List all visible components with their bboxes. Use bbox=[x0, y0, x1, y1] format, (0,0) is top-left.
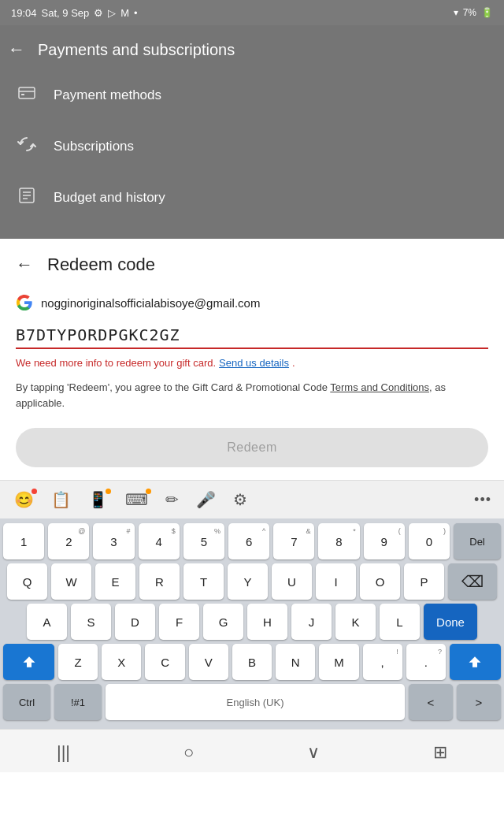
ctrl-key[interactable]: Ctrl bbox=[3, 684, 50, 720]
key-p[interactable]: P bbox=[404, 563, 444, 600]
clipboard-button[interactable]: 📋 bbox=[45, 485, 77, 514]
key-w[interactable]: W bbox=[51, 563, 91, 600]
keyboard-settings-button[interactable]: ⚙ bbox=[227, 485, 254, 514]
dimmed-section: ← Payments and subscriptions Payment met… bbox=[0, 25, 504, 239]
more-button[interactable]: ••• bbox=[469, 487, 496, 513]
redeem-back-arrow[interactable]: ← bbox=[16, 255, 33, 275]
key-x[interactable]: X bbox=[102, 644, 141, 680]
language-key[interactable]: English (UK) bbox=[106, 684, 405, 720]
subscriptions-label: Subscriptions bbox=[54, 139, 134, 154]
pen-button[interactable]: ✏ bbox=[159, 485, 185, 514]
home-button[interactable]: ○ bbox=[168, 739, 209, 766]
mic-button[interactable]: 🎤 bbox=[190, 485, 222, 514]
account-row: nogginoriginalsofficialabisoye@gmail.com bbox=[16, 294, 488, 311]
budget-history-icon bbox=[16, 186, 38, 209]
key-m[interactable]: M bbox=[319, 644, 358, 680]
redeem-section: ← Redeem code nogginoriginalsofficialabi… bbox=[0, 239, 504, 480]
payment-methods-icon bbox=[16, 84, 38, 106]
key-a[interactable]: A bbox=[27, 604, 67, 640]
key-0[interactable]: 0) bbox=[409, 523, 450, 559]
battery-icon: 🔋 bbox=[481, 7, 493, 18]
terms-link[interactable]: Terms and Conditions bbox=[330, 381, 429, 393]
emoji-button[interactable]: 😊 bbox=[8, 485, 40, 514]
battery-percent: 7% bbox=[463, 7, 476, 18]
redeem-title: Redeem code bbox=[47, 255, 155, 275]
key-b[interactable]: B bbox=[232, 644, 272, 680]
error-text: We need more info to redeem your gift ca… bbox=[16, 357, 216, 369]
key-3[interactable]: 3# bbox=[93, 523, 134, 559]
key-u[interactable]: U bbox=[272, 563, 312, 600]
key-h[interactable]: H bbox=[247, 604, 287, 640]
key-6[interactable]: 6^ bbox=[228, 523, 269, 559]
key-e[interactable]: E bbox=[95, 563, 135, 600]
keyboard-toolbar: 😊 📋 📱 ⌨ ✏ 🎤 ⚙ ••• bbox=[0, 480, 504, 518]
svg-rect-0 bbox=[19, 87, 35, 98]
payments-back-arrow[interactable]: ← bbox=[8, 39, 25, 60]
payment-methods-label: Payment methods bbox=[54, 87, 161, 103]
shift-right-key[interactable] bbox=[450, 644, 501, 680]
key-t[interactable]: T bbox=[183, 563, 224, 600]
key-5[interactable]: 5% bbox=[183, 523, 224, 559]
del-key[interactable]: Del bbox=[454, 523, 501, 559]
redeem-header: ← Redeem code bbox=[16, 255, 488, 275]
key-4[interactable]: 4$ bbox=[139, 523, 180, 559]
key-f[interactable]: F bbox=[159, 604, 199, 640]
status-time: 19:04 bbox=[11, 7, 37, 19]
subscriptions-item[interactable]: Subscriptions bbox=[0, 121, 504, 172]
redeem-button[interactable]: Redeem bbox=[16, 428, 488, 467]
asdf-row: A S D F G H J K L Done bbox=[3, 604, 501, 640]
budget-history-label: Budget and history bbox=[54, 190, 165, 206]
key-j[interactable]: J bbox=[291, 604, 332, 640]
wifi-icon: ▾ bbox=[454, 7, 458, 18]
apps-button[interactable]: 📱 bbox=[82, 485, 114, 514]
play-icon: ▷ bbox=[108, 7, 116, 19]
error-row: We need more info to redeem your gift ca… bbox=[16, 357, 488, 369]
symbols-key[interactable]: !#1 bbox=[54, 684, 102, 720]
number-row: 1 2@ 3# 4$ 5% 6^ 7& 8* 9( 0) Del bbox=[3, 523, 501, 559]
google-icon bbox=[16, 294, 33, 311]
key-z[interactable]: Z bbox=[58, 644, 98, 680]
key-1[interactable]: 1 bbox=[3, 523, 44, 559]
error-suffix: . bbox=[292, 357, 295, 369]
key-comma[interactable]: ,! bbox=[363, 644, 402, 680]
terms-text: By tapping 'Redeem', you agree to the Gi… bbox=[16, 380, 488, 411]
key-o[interactable]: O bbox=[360, 563, 400, 600]
payments-title: Payments and subscriptions bbox=[38, 41, 235, 59]
key-y[interactable]: Y bbox=[228, 563, 268, 600]
send-details-link[interactable]: Send us details bbox=[219, 357, 289, 369]
budget-history-item[interactable]: Budget and history bbox=[0, 172, 504, 223]
key-g[interactable]: G bbox=[203, 604, 243, 640]
keyboard-toggle-button[interactable]: ⌨ bbox=[119, 485, 154, 514]
key-2[interactable]: 2@ bbox=[48, 523, 89, 559]
key-9[interactable]: 9( bbox=[364, 523, 405, 559]
done-key[interactable]: Done bbox=[424, 604, 477, 640]
right-arrow-key[interactable]: > bbox=[457, 684, 501, 720]
key-8[interactable]: 8* bbox=[318, 523, 359, 559]
bottom-row: Ctrl !#1 English (UK) < > bbox=[3, 684, 501, 720]
backspace-key[interactable]: ⌫ bbox=[448, 563, 497, 600]
key-k[interactable]: K bbox=[335, 604, 376, 640]
code-input[interactable] bbox=[16, 325, 488, 344]
status-right: ▾ 7% 🔋 bbox=[454, 7, 493, 18]
payments-header[interactable]: ← Payments and subscriptions bbox=[0, 25, 504, 69]
key-c[interactable]: C bbox=[145, 644, 184, 680]
key-q[interactable]: Q bbox=[7, 563, 47, 600]
back-button[interactable]: ∨ bbox=[291, 739, 335, 766]
key-r[interactable]: R bbox=[139, 563, 180, 600]
key-s[interactable]: S bbox=[71, 604, 111, 640]
key-period[interactable]: .? bbox=[406, 644, 446, 680]
payment-methods-item[interactable]: Payment methods bbox=[0, 69, 504, 121]
key-7[interactable]: 7& bbox=[273, 523, 314, 559]
nav-bar: ||| ○ ∨ ⊞ bbox=[0, 729, 504, 772]
show-keyboard-button[interactable]: ⊞ bbox=[417, 739, 463, 766]
shift-left-key[interactable] bbox=[3, 644, 54, 680]
account-email: nogginoriginalsofficialabisoye@gmail.com bbox=[41, 296, 260, 310]
key-l[interactable]: L bbox=[380, 604, 420, 640]
key-d[interactable]: D bbox=[115, 604, 155, 640]
recent-apps-button[interactable]: ||| bbox=[41, 739, 86, 766]
left-arrow-key[interactable]: < bbox=[409, 684, 453, 720]
key-n[interactable]: N bbox=[276, 644, 315, 680]
key-i[interactable]: I bbox=[316, 563, 356, 600]
code-input-wrapper[interactable] bbox=[16, 325, 488, 349]
key-v[interactable]: V bbox=[189, 644, 228, 680]
